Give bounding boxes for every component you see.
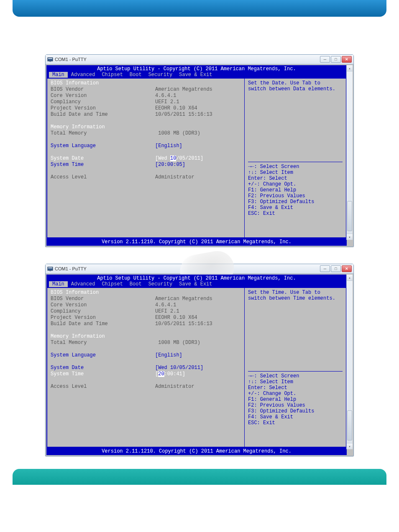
tab-main[interactable]: Main — [49, 72, 68, 78]
date-suffix: /05/2011] — [176, 155, 203, 161]
bios-info-heading: BIOS Information — [51, 80, 241, 87]
tab-security[interactable]: Security — [145, 281, 176, 287]
time-selected-segment[interactable]: 20 — [158, 371, 164, 377]
row-system-date[interactable]: System Date [Wed 10/05/2011] — [51, 155, 241, 162]
row-compliancy: CompliancyUEFI 2.1 — [51, 99, 241, 105]
key-hint: F1: General Help — [248, 397, 343, 402]
bios-title: Aptio Setup Utility - Copyright (C) 2011… — [46, 275, 347, 281]
key-hint: F2: Previous Values — [248, 193, 343, 199]
row-system-date[interactable]: System Date[Wed 10/05/2011] — [51, 365, 241, 371]
row-system-language[interactable]: System Language[English] — [51, 143, 241, 149]
minimize-button[interactable]: ─ — [320, 265, 330, 272]
key-hint: F4: Save & Exit — [248, 414, 343, 420]
row-core-version: Core Version4.6.4.1 — [51, 302, 241, 308]
key-hint: Enter: Select — [248, 385, 343, 391]
scroll-up-icon[interactable]: ▴ — [347, 65, 353, 71]
bios-title: Aptio Setup Utility - Copyright (C) 2011… — [46, 65, 347, 72]
tab-advanced[interactable]: Advanced — [68, 281, 99, 287]
date-selected-segment[interactable]: 10 — [170, 155, 176, 161]
terminal-area: Aptio Setup Utility - Copyright (C) 2011… — [46, 65, 353, 246]
row-access-level: Access LevelAdministrator — [51, 174, 241, 181]
window-title: COM1 - PuTTY — [55, 266, 87, 271]
row-system-time[interactable]: System Time[20:00:05] — [51, 162, 241, 168]
key-hint: ↑↓: Select Item — [248, 170, 343, 176]
row-bios-vendor: BIOS VendorAmerican Megatrends — [51, 87, 241, 93]
help-divider — [248, 162, 343, 162]
svg-rect-2 — [49, 61, 51, 62]
memory-heading: Memory Information — [51, 124, 241, 130]
maximize-button[interactable]: □ — [331, 56, 341, 63]
putty-window-date: COM1 - PuTTY ─ □ ✕ Aptio Setup Utility -… — [45, 54, 354, 247]
tab-save-exit[interactable]: Save & Exit — [176, 72, 215, 78]
putty-icon — [47, 266, 53, 272]
tab-chipset[interactable]: Chipset — [98, 72, 126, 78]
key-hint: +/-: Change Opt. — [248, 391, 343, 397]
row-total-memory: Total Memory 1008 MB (DDR3) — [51, 340, 241, 346]
row-core-version: Core Version4.6.4.1 — [51, 93, 241, 99]
bios-body: BIOS Information BIOS VendorAmerican Meg… — [46, 288, 347, 448]
key-hint: →←: Select Screen — [248, 373, 343, 379]
help-text-line2: switch between Time elements. — [248, 295, 343, 301]
row-bios-vendor: BIOS VendorAmerican Megatrends — [51, 296, 241, 302]
right-panel: Set the Date. Use Tab to switch between … — [244, 79, 346, 237]
titlebar[interactable]: COM1 - PuTTY ─ □ ✕ — [46, 55, 353, 64]
svg-rect-4 — [48, 267, 52, 268]
tab-chipset[interactable]: Chipset — [98, 281, 126, 287]
putty-icon — [47, 56, 53, 62]
tab-advanced[interactable]: Advanced — [68, 72, 99, 78]
scroll-thumb[interactable] — [347, 410, 352, 440]
page-top-banner — [13, 0, 386, 17]
date-prefix: [Wed — [155, 155, 170, 161]
tab-save-exit[interactable]: Save & Exit — [176, 281, 215, 287]
tab-main[interactable]: Main — [49, 281, 68, 287]
page-bottom-banner — [13, 469, 386, 485]
key-hint: ESC: Exit — [248, 211, 343, 216]
bios-footer: Version 2.11.1210. Copyright (C) 2011 Am… — [46, 448, 347, 455]
row-access-level: Access LevelAdministrator — [51, 384, 241, 390]
bios-menu-bar[interactable]: Main Advanced Chipset Boot Security Save… — [46, 72, 347, 79]
tab-security[interactable]: Security — [145, 72, 176, 78]
scroll-track[interactable] — [347, 281, 353, 443]
bios-menu-bar[interactable]: Main Advanced Chipset Boot Security Save… — [46, 281, 347, 288]
close-button[interactable]: ✕ — [342, 56, 352, 63]
row-system-time[interactable]: System Time [20:00:41] — [51, 371, 241, 377]
help-text-line2: switch between Data elements. — [248, 86, 343, 92]
help-text-line1: Set the Time. Use Tab to — [248, 290, 343, 295]
titlebar[interactable]: COM1 - PuTTY ─ □ ✕ — [46, 264, 353, 274]
help-text-line1: Set the Date. Use Tab to — [248, 80, 343, 86]
svg-rect-1 — [48, 58, 52, 59]
row-project-version: Project VersionEEOHR 0.10 X64 — [51, 105, 241, 112]
bios-info-heading: BIOS Information — [51, 290, 241, 296]
key-hint: F2: Previous Values — [248, 402, 343, 408]
window-title: COM1 - PuTTY — [55, 57, 87, 62]
close-button[interactable]: ✕ — [342, 265, 352, 272]
scroll-up-icon[interactable]: ▴ — [347, 275, 353, 281]
row-project-version: Project VersionEEOHR 0.10 X64 — [51, 315, 241, 321]
row-compliancy: CompliancyUEFI 2.1 — [51, 308, 241, 315]
scroll-down-icon[interactable]: ▾ — [347, 443, 353, 449]
row-total-memory: Total Memory 1008 MB (DDR3) — [51, 130, 241, 137]
key-hint: F3: Optimized Defaults — [248, 199, 343, 205]
row-system-language[interactable]: System Language[English] — [51, 352, 241, 359]
time-suffix: :00:41] — [164, 371, 185, 377]
tab-boot[interactable]: Boot — [126, 281, 145, 287]
scrollbar-vertical[interactable]: ▴ ▾ — [346, 65, 353, 240]
row-build-date: Build Date and Time10/05/2011 15:16:13 — [51, 321, 241, 327]
scroll-track[interactable] — [347, 71, 353, 234]
key-hint: F3: Optimized Defaults — [248, 408, 343, 414]
scroll-down-icon[interactable]: ▾ — [347, 234, 353, 240]
scroll-thumb[interactable] — [347, 201, 352, 231]
scrollbar-vertical[interactable]: ▴ ▾ — [346, 275, 353, 449]
maximize-button[interactable]: □ — [331, 265, 341, 272]
key-hint: ESC: Exit — [248, 420, 343, 426]
left-panel: BIOS Information BIOS VendorAmerican Meg… — [47, 288, 244, 447]
left-panel: BIOS Information BIOS VendorAmerican Meg… — [47, 79, 244, 237]
key-hint: +/-: Change Opt. — [248, 181, 343, 187]
tab-boot[interactable]: Boot — [126, 72, 145, 78]
terminal-area: Aptio Setup Utility - Copyright (C) 2011… — [46, 275, 353, 455]
help-divider — [248, 371, 343, 372]
minimize-button[interactable]: ─ — [320, 56, 330, 63]
right-panel: Set the Time. Use Tab to switch between … — [244, 288, 346, 447]
bios-footer: Version 2.11.1210. Copyright (C) 2011 Am… — [46, 238, 347, 246]
bios-screen: Aptio Setup Utility - Copyright (C) 2011… — [46, 65, 347, 246]
